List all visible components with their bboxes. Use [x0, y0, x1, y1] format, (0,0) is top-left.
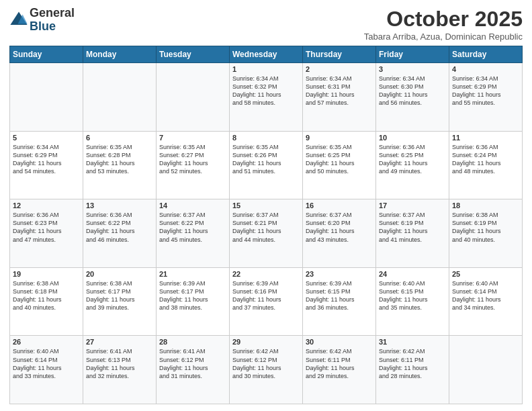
- day-number: 2: [306, 65, 373, 73]
- calendar-cell: 10Sunrise: 6:36 AM Sunset: 6:25 PM Dayli…: [376, 131, 449, 199]
- day-info: Sunrise: 6:40 AM Sunset: 6:15 PM Dayligh…: [379, 279, 446, 312]
- calendar-cell: 7Sunrise: 6:35 AM Sunset: 6:27 PM Daylig…: [157, 131, 230, 199]
- day-number: 9: [306, 134, 373, 142]
- day-info: Sunrise: 6:42 AM Sunset: 6:11 PM Dayligh…: [379, 347, 446, 380]
- weekday-header-row: SundayMondayTuesdayWednesdayThursdayFrid…: [10, 46, 523, 63]
- calendar-cell: 6Sunrise: 6:35 AM Sunset: 6:28 PM Daylig…: [83, 131, 157, 199]
- day-number: 1: [232, 65, 300, 73]
- logo-blue-text: Blue: [30, 19, 56, 33]
- day-number: 15: [232, 201, 300, 210]
- day-number: 28: [159, 338, 226, 346]
- calendar-cell: 17Sunrise: 6:37 AM Sunset: 6:19 PM Dayli…: [376, 199, 449, 268]
- day-info: Sunrise: 6:37 AM Sunset: 6:20 PM Dayligh…: [306, 211, 373, 244]
- day-info: Sunrise: 6:37 AM Sunset: 6:19 PM Dayligh…: [379, 211, 446, 244]
- day-number: 30: [306, 338, 373, 346]
- day-info: Sunrise: 6:35 AM Sunset: 6:28 PM Dayligh…: [86, 143, 153, 176]
- day-info: Sunrise: 6:40 AM Sunset: 6:14 PM Dayligh…: [13, 347, 80, 380]
- day-number: 27: [86, 338, 153, 346]
- day-number: 25: [452, 270, 519, 278]
- weekday-header-wednesday: Wednesday: [230, 46, 303, 63]
- logo-general-text: General: [30, 6, 75, 19]
- day-info: Sunrise: 6:38 AM Sunset: 6:19 PM Dayligh…: [452, 211, 519, 244]
- calendar-cell: 8Sunrise: 6:35 AM Sunset: 6:26 PM Daylig…: [230, 131, 303, 199]
- day-info: Sunrise: 6:39 AM Sunset: 6:17 PM Dayligh…: [159, 279, 226, 312]
- day-info: Sunrise: 6:39 AM Sunset: 6:15 PM Dayligh…: [306, 279, 373, 312]
- weekday-header-sunday: Sunday: [10, 46, 83, 63]
- calendar-cell: 28Sunrise: 6:41 AM Sunset: 6:12 PM Dayli…: [157, 336, 230, 404]
- day-info: Sunrise: 6:41 AM Sunset: 6:13 PM Dayligh…: [86, 347, 153, 380]
- calendar-week-row: 26Sunrise: 6:40 AM Sunset: 6:14 PM Dayli…: [10, 336, 523, 404]
- day-info: Sunrise: 6:42 AM Sunset: 6:12 PM Dayligh…: [232, 347, 300, 380]
- day-info: Sunrise: 6:36 AM Sunset: 6:22 PM Dayligh…: [86, 211, 153, 244]
- day-info: Sunrise: 6:38 AM Sunset: 6:17 PM Dayligh…: [86, 279, 153, 312]
- day-number: 8: [232, 134, 300, 142]
- day-info: Sunrise: 6:35 AM Sunset: 6:26 PM Dayligh…: [232, 143, 300, 176]
- day-info: Sunrise: 6:38 AM Sunset: 6:18 PM Dayligh…: [13, 279, 80, 312]
- day-info: Sunrise: 6:41 AM Sunset: 6:12 PM Dayligh…: [159, 347, 226, 380]
- calendar-cell: 27Sunrise: 6:41 AM Sunset: 6:13 PM Dayli…: [83, 336, 157, 404]
- weekday-header-tuesday: Tuesday: [157, 46, 230, 63]
- calendar-cell: 5Sunrise: 6:34 AM Sunset: 6:29 PM Daylig…: [10, 131, 83, 199]
- logo-icon: [9, 11, 28, 30]
- calendar-cell: [157, 63, 230, 132]
- day-number: 3: [379, 65, 446, 73]
- day-number: 20: [86, 270, 153, 278]
- day-number: 21: [159, 270, 226, 278]
- day-info: Sunrise: 6:34 AM Sunset: 6:29 PM Dayligh…: [452, 75, 519, 107]
- day-number: 19: [13, 270, 80, 278]
- calendar-week-row: 1Sunrise: 6:34 AM Sunset: 6:32 PM Daylig…: [10, 63, 523, 132]
- calendar-cell: 4Sunrise: 6:34 AM Sunset: 6:29 PM Daylig…: [449, 63, 523, 132]
- day-info: Sunrise: 6:34 AM Sunset: 6:29 PM Dayligh…: [13, 143, 80, 176]
- calendar-cell: 25Sunrise: 6:40 AM Sunset: 6:14 PM Dayli…: [449, 267, 523, 336]
- day-info: Sunrise: 6:40 AM Sunset: 6:14 PM Dayligh…: [452, 279, 519, 312]
- day-number: 31: [379, 338, 446, 346]
- calendar-cell: 20Sunrise: 6:38 AM Sunset: 6:17 PM Dayli…: [83, 267, 157, 336]
- page: General Blue October 2025 Tabara Arriba,…: [0, 0, 532, 411]
- day-info: Sunrise: 6:35 AM Sunset: 6:25 PM Dayligh…: [306, 143, 373, 176]
- calendar-cell: 14Sunrise: 6:37 AM Sunset: 6:22 PM Dayli…: [157, 199, 230, 268]
- title-block: October 2025 Tabara Arriba, Azua, Domini…: [364, 7, 523, 42]
- header: General Blue October 2025 Tabara Arriba,…: [9, 7, 523, 42]
- weekday-header-thursday: Thursday: [303, 46, 376, 63]
- day-info: Sunrise: 6:36 AM Sunset: 6:23 PM Dayligh…: [13, 211, 80, 244]
- calendar-cell: 11Sunrise: 6:36 AM Sunset: 6:24 PM Dayli…: [449, 131, 523, 199]
- day-number: 23: [306, 270, 373, 278]
- calendar-cell: [83, 63, 157, 132]
- calendar-cell: 22Sunrise: 6:39 AM Sunset: 6:16 PM Dayli…: [230, 267, 303, 336]
- day-number: 17: [379, 201, 446, 210]
- day-number: 26: [13, 338, 80, 346]
- day-number: 10: [379, 134, 446, 142]
- day-info: Sunrise: 6:37 AM Sunset: 6:21 PM Dayligh…: [232, 211, 300, 244]
- day-number: 14: [159, 201, 226, 210]
- day-info: Sunrise: 6:36 AM Sunset: 6:25 PM Dayligh…: [379, 143, 446, 176]
- calendar-cell: 2Sunrise: 6:34 AM Sunset: 6:31 PM Daylig…: [303, 63, 376, 132]
- calendar-table: SundayMondayTuesdayWednesdayThursdayFrid…: [9, 46, 523, 404]
- calendar-cell: 29Sunrise: 6:42 AM Sunset: 6:12 PM Dayli…: [230, 336, 303, 404]
- calendar-cell: 15Sunrise: 6:37 AM Sunset: 6:21 PM Dayli…: [230, 199, 303, 268]
- day-info: Sunrise: 6:34 AM Sunset: 6:31 PM Dayligh…: [306, 75, 373, 107]
- location-subtitle: Tabara Arriba, Azua, Dominican Republic: [364, 32, 523, 42]
- day-number: 5: [13, 134, 80, 142]
- day-number: 11: [452, 134, 519, 142]
- day-number: 24: [379, 270, 446, 278]
- calendar-cell: 16Sunrise: 6:37 AM Sunset: 6:20 PM Dayli…: [303, 199, 376, 268]
- logo: General Blue: [9, 7, 75, 34]
- day-number: 12: [13, 201, 80, 210]
- day-info: Sunrise: 6:34 AM Sunset: 6:32 PM Dayligh…: [232, 75, 300, 107]
- weekday-header-saturday: Saturday: [449, 46, 523, 63]
- day-info: Sunrise: 6:42 AM Sunset: 6:11 PM Dayligh…: [306, 347, 373, 380]
- calendar-cell: 26Sunrise: 6:40 AM Sunset: 6:14 PM Dayli…: [10, 336, 83, 404]
- calendar-week-row: 5Sunrise: 6:34 AM Sunset: 6:29 PM Daylig…: [10, 131, 523, 199]
- day-info: Sunrise: 6:34 AM Sunset: 6:30 PM Dayligh…: [379, 75, 446, 107]
- day-info: Sunrise: 6:36 AM Sunset: 6:24 PM Dayligh…: [452, 143, 519, 176]
- calendar-cell: 12Sunrise: 6:36 AM Sunset: 6:23 PM Dayli…: [10, 199, 83, 268]
- calendar-cell: 13Sunrise: 6:36 AM Sunset: 6:22 PM Dayli…: [83, 199, 157, 268]
- day-number: 6: [86, 134, 153, 142]
- calendar-cell: 19Sunrise: 6:38 AM Sunset: 6:18 PM Dayli…: [10, 267, 83, 336]
- calendar-cell: 24Sunrise: 6:40 AM Sunset: 6:15 PM Dayli…: [376, 267, 449, 336]
- calendar-cell: 3Sunrise: 6:34 AM Sunset: 6:30 PM Daylig…: [376, 63, 449, 132]
- calendar-cell: 31Sunrise: 6:42 AM Sunset: 6:11 PM Dayli…: [376, 336, 449, 404]
- calendar-cell: [10, 63, 83, 132]
- calendar-cell: [449, 336, 523, 404]
- weekday-header-monday: Monday: [83, 46, 157, 63]
